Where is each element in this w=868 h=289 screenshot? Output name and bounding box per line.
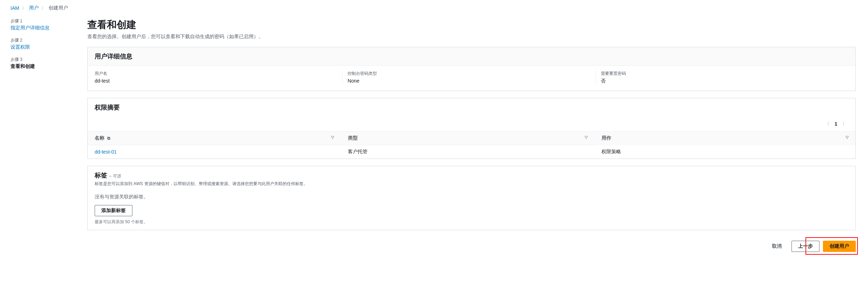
sort-icon[interactable]: ▽ bbox=[331, 135, 334, 140]
breadcrumb-current: 创建用户 bbox=[49, 5, 68, 11]
column-usage[interactable]: 用作 ▽ bbox=[595, 132, 855, 145]
optional-label: – 可选 bbox=[109, 174, 121, 178]
detail-value: None bbox=[348, 78, 595, 84]
external-link-icon: ⧉ bbox=[107, 136, 110, 141]
pagination-prev[interactable]: 〈 bbox=[823, 120, 831, 128]
detail-label: 需要重置密码 bbox=[601, 71, 848, 77]
wizard-steps: 步骤 1 指定用户详细信息 步骤 2 设置权限 步骤 3 查看和创建 bbox=[10, 18, 73, 252]
footer-actions: 取消 上一步 创建用户 bbox=[87, 237, 856, 252]
chevron-right-icon: 〉 bbox=[42, 5, 46, 11]
pagination: 〈 1 〉 bbox=[88, 117, 855, 131]
panel-subtitle: 标签是您可以添加到 AWS 资源的键值对，以帮助识别、整理或搜索资源。请选择您想… bbox=[95, 181, 848, 187]
detail-username: 用户名 dd-test bbox=[95, 71, 342, 84]
panel-title: 标签 – 可选 bbox=[95, 171, 848, 179]
breadcrumb-root[interactable]: IAM bbox=[10, 5, 19, 11]
step-title: 查看和创建 bbox=[10, 63, 73, 70]
policy-name-link[interactable]: dd-test-01 bbox=[95, 149, 117, 155]
policy-usage: 权限策略 bbox=[595, 145, 855, 159]
create-user-button[interactable]: 创建用户 bbox=[823, 241, 856, 252]
tags-panel: 标签 – 可选 标签是您可以添加到 AWS 资源的键值对，以帮助识别、整理或搜索… bbox=[87, 166, 856, 230]
sort-icon[interactable]: ▽ bbox=[585, 135, 588, 140]
step-title[interactable]: 指定用户详细信息 bbox=[10, 25, 73, 31]
detail-value: dd-test bbox=[95, 78, 342, 84]
detail-reset-password: 需要重置密码 否 bbox=[596, 71, 848, 84]
panel-title: 权限摘要 bbox=[95, 103, 848, 112]
step-2[interactable]: 步骤 2 设置权限 bbox=[10, 37, 73, 50]
cancel-button[interactable]: 取消 bbox=[766, 241, 788, 252]
step-title[interactable]: 设置权限 bbox=[10, 44, 73, 50]
add-tag-button[interactable]: 添加新标签 bbox=[95, 205, 132, 216]
tags-empty-text: 没有与资源关联的标签。 bbox=[95, 194, 848, 200]
panel-title: 用户详细信息 bbox=[95, 52, 848, 61]
sort-icon[interactable]: ▽ bbox=[846, 135, 848, 140]
step-1[interactable]: 步骤 1 指定用户详细信息 bbox=[10, 18, 73, 31]
pagination-page: 1 bbox=[834, 121, 837, 127]
chevron-right-icon: 〉 bbox=[22, 5, 26, 11]
page-subtitle: 查看您的选择。创建用户后，您可以查看和下载自动生成的密码（如果已启用）。 bbox=[87, 34, 856, 40]
breadcrumb-parent[interactable]: 用户 bbox=[29, 5, 39, 11]
previous-button[interactable]: 上一步 bbox=[792, 241, 819, 252]
step-label: 步骤 3 bbox=[10, 57, 73, 63]
column-type[interactable]: 类型 ▽ bbox=[341, 132, 594, 145]
detail-password-type: 控制台密码类型 None bbox=[342, 71, 595, 84]
tags-hint: 最多可以再添加 50 个标签。 bbox=[95, 219, 848, 225]
detail-label: 控制台密码类型 bbox=[348, 71, 595, 77]
permissions-table: 名称 ⧉ ▽ 类型 ▽ 用作 ▽ bbox=[88, 131, 855, 158]
step-label: 步骤 1 bbox=[10, 18, 73, 24]
step-label: 步骤 2 bbox=[10, 37, 73, 43]
breadcrumb: IAM 〉 用户 〉 创建用户 bbox=[0, 0, 868, 11]
table-row: dd-test-01 客户托管 权限策略 bbox=[88, 145, 855, 159]
page-title: 查看和创建 bbox=[87, 18, 856, 31]
column-name[interactable]: 名称 ⧉ ▽ bbox=[88, 132, 341, 145]
pagination-next[interactable]: 〉 bbox=[841, 120, 848, 128]
step-3: 步骤 3 查看和创建 bbox=[10, 57, 73, 70]
policy-type: 客户托管 bbox=[341, 145, 594, 159]
detail-value: 否 bbox=[601, 78, 848, 84]
permissions-panel: 权限摘要 〈 1 〉 名称 ⧉ ▽ 类型 bbox=[87, 98, 856, 159]
detail-label: 用户名 bbox=[95, 71, 342, 77]
user-details-panel: 用户详细信息 用户名 dd-test 控制台密码类型 None 需要重置密码 否 bbox=[87, 47, 856, 91]
